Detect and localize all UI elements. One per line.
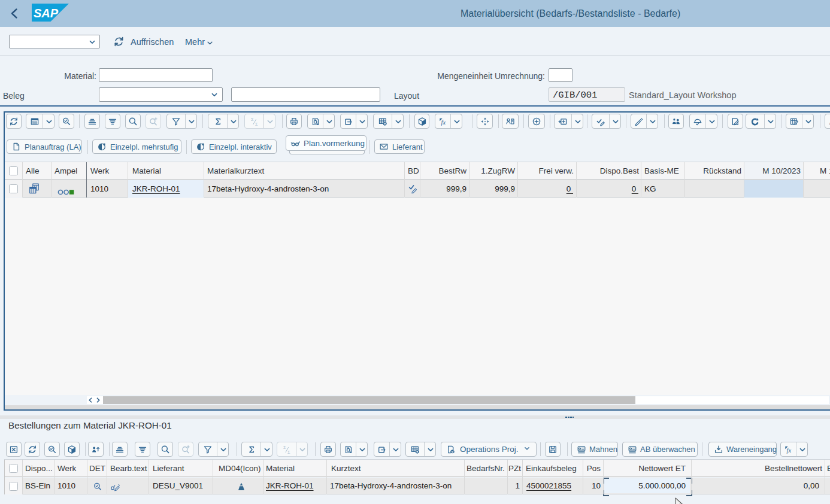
svg-text:Σ: Σ: [283, 445, 286, 450]
svg-text:Σ: Σ: [251, 117, 254, 122]
svg-text:fx: fx: [441, 119, 446, 125]
svg-text:fx: fx: [786, 447, 791, 453]
svg-text:Σ: Σ: [255, 121, 258, 126]
svg-text:SAP: SAP: [34, 7, 59, 20]
svg-text:Σ: Σ: [287, 449, 290, 454]
